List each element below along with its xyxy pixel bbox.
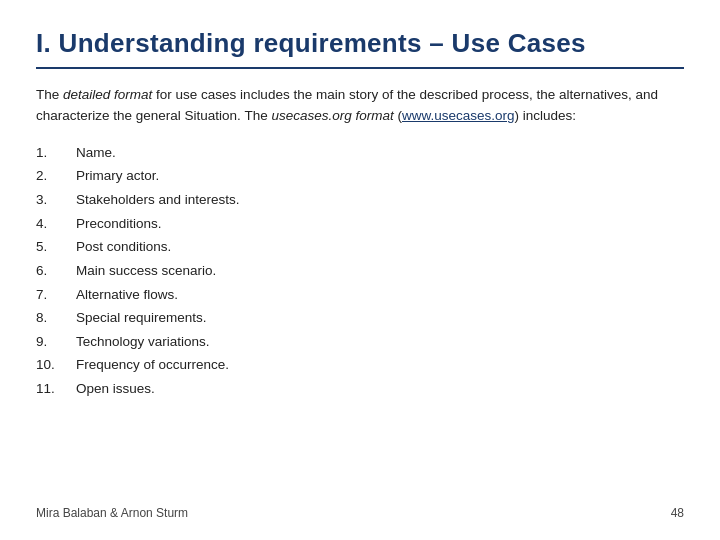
- list-item: Preconditions.: [76, 212, 684, 236]
- list-item: Post conditions.: [76, 235, 684, 259]
- intro-paragraph: The detailed format for use cases includ…: [36, 85, 684, 127]
- list-number: 8.: [36, 306, 76, 330]
- list-item: Frequency of occurrence.: [76, 353, 684, 377]
- list-item: Name.: [76, 141, 684, 165]
- list-item: Technology variations.: [76, 330, 684, 354]
- title-area: I. Understanding requirements – Use Case…: [36, 28, 684, 69]
- list-item: Alternative flows.: [76, 283, 684, 307]
- list-number: 10.: [36, 353, 76, 377]
- slide-footer: Mira Balaban & Arnon Sturm 48: [36, 496, 684, 520]
- list-number: 2.: [36, 164, 76, 188]
- list-item: Main success scenario.: [76, 259, 684, 283]
- list-item: Primary actor.: [76, 164, 684, 188]
- use-case-list: 1.Name.2.Primary actor.3.Stakeholders an…: [36, 141, 684, 401]
- list-item: Special requirements.: [76, 306, 684, 330]
- page-number: 48: [671, 506, 684, 520]
- page-title: I. Understanding requirements – Use Case…: [36, 28, 684, 59]
- usecases-link[interactable]: www.usecases.org: [402, 108, 515, 123]
- list-number: 5.: [36, 235, 76, 259]
- italic-usecases-format: usecases.org format: [271, 108, 393, 123]
- list-item: Open issues.: [76, 377, 684, 401]
- list-number: 11.: [36, 377, 76, 401]
- list-number: 7.: [36, 283, 76, 307]
- list-number: 1.: [36, 141, 76, 165]
- slide: I. Understanding requirements – Use Case…: [0, 0, 720, 540]
- list-number: 3.: [36, 188, 76, 212]
- list-item: Stakeholders and interests.: [76, 188, 684, 212]
- main-content: The detailed format for use cases includ…: [36, 85, 684, 496]
- authors-label: Mira Balaban & Arnon Sturm: [36, 506, 188, 520]
- list-number: 4.: [36, 212, 76, 236]
- list-number: 6.: [36, 259, 76, 283]
- italic-detailed-format: detailed format: [63, 87, 152, 102]
- list-number: 9.: [36, 330, 76, 354]
